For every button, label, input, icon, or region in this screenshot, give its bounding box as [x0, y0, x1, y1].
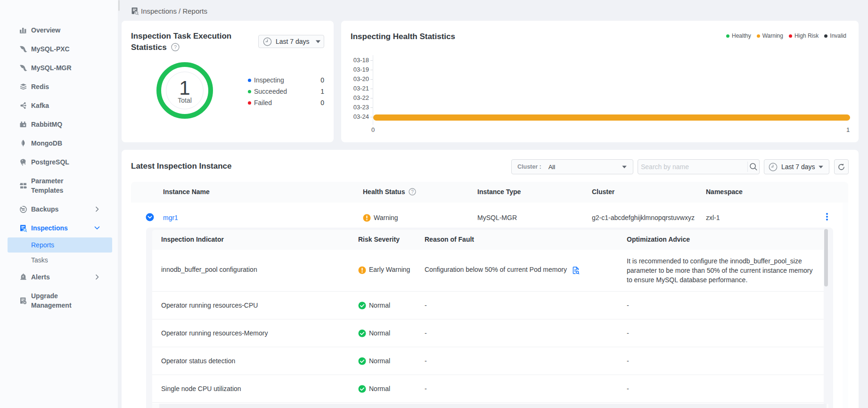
svg-text:?: ?: [411, 189, 414, 195]
svg-text:?: ?: [174, 44, 177, 50]
